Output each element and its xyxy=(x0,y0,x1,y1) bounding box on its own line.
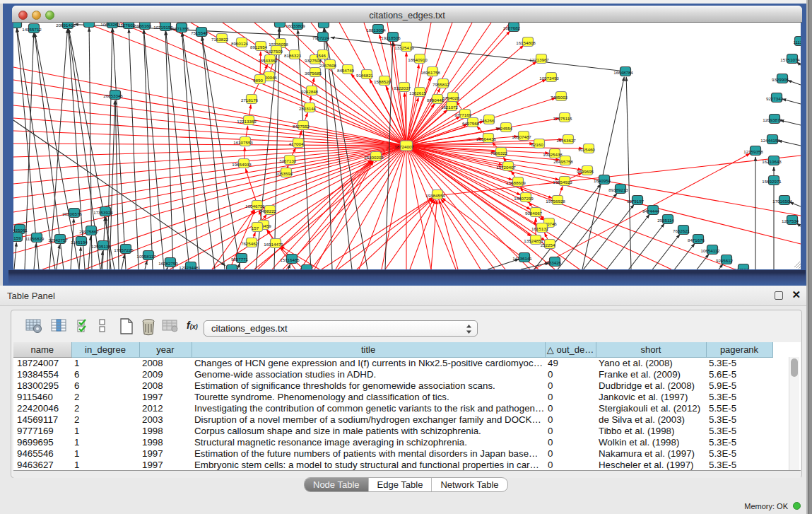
svg-text:2803144: 2803144 xyxy=(299,106,317,111)
svg-text:9245612: 9245612 xyxy=(716,258,734,263)
svg-text:9699695: 9699695 xyxy=(577,169,594,174)
svg-text:12923448: 12923448 xyxy=(179,265,199,269)
svg-text:12505135: 12505135 xyxy=(91,244,111,249)
svg-text:15716485: 15716485 xyxy=(280,257,300,262)
svg-text:16782759: 16782759 xyxy=(158,261,178,266)
svg-text:1145194: 1145194 xyxy=(71,240,88,245)
svg-text:19463627: 19463627 xyxy=(556,138,576,143)
svg-text:9327509: 9327509 xyxy=(266,49,283,54)
svg-text:8990448: 8990448 xyxy=(427,98,445,103)
svg-text:16648784: 16648784 xyxy=(613,70,633,75)
svg-text:26053346: 26053346 xyxy=(103,93,123,98)
svg-text:7632621: 7632621 xyxy=(673,228,690,233)
svg-text:20206576: 20206576 xyxy=(62,211,82,216)
svg-text:252254: 252254 xyxy=(541,243,555,247)
svg-text:124506: 124506 xyxy=(734,267,749,269)
svg-text:20364436: 20364436 xyxy=(476,136,496,141)
svg-text:16033809: 16033809 xyxy=(286,23,305,28)
svg-text:10025438: 10025438 xyxy=(543,152,563,157)
svg-text:10973493: 10973493 xyxy=(539,76,559,81)
svg-text:10654112: 10654112 xyxy=(700,248,720,253)
svg-text:9890: 9890 xyxy=(253,78,263,83)
svg-text:17957225: 17957225 xyxy=(114,247,134,252)
svg-text:12159358: 12159358 xyxy=(743,149,763,154)
svg-text:11156829: 11156829 xyxy=(25,236,45,241)
svg-text:17016504: 17016504 xyxy=(772,199,792,204)
svg-text:9242848: 9242848 xyxy=(301,89,319,94)
svg-text:12213369: 12213369 xyxy=(237,119,257,124)
svg-text:1527602: 1527602 xyxy=(118,23,136,28)
svg-text:8471676: 8471676 xyxy=(688,238,705,243)
svg-text:8454749: 8454749 xyxy=(337,68,355,73)
svg-text:9329906: 9329906 xyxy=(772,77,789,82)
svg-text:19654933: 19654933 xyxy=(232,162,252,167)
svg-text:1112: 1112 xyxy=(794,40,801,45)
svg-text:8960124: 8960124 xyxy=(231,41,249,46)
svg-text:16543362: 16543362 xyxy=(258,58,278,63)
svg-text:7163822: 7163822 xyxy=(211,37,229,42)
svg-text:1588520: 1588520 xyxy=(374,79,392,84)
svg-text:10958117: 10958117 xyxy=(136,254,156,259)
svg-text:1362615: 1362615 xyxy=(409,90,427,95)
svg-text:14055712: 14055712 xyxy=(22,27,42,32)
svg-text:13325419: 13325419 xyxy=(394,45,414,50)
svg-text:17975115: 17975115 xyxy=(553,116,572,121)
svg-text:19654923: 19654923 xyxy=(553,180,572,185)
svg-text:10688609: 10688609 xyxy=(506,180,526,185)
svg-text:26495758: 26495758 xyxy=(553,159,573,164)
svg-text:9115460: 9115460 xyxy=(578,147,595,152)
svg-text:8322037: 8322037 xyxy=(394,86,411,90)
svg-text:12213967: 12213967 xyxy=(529,57,549,62)
svg-text:1621072: 1621072 xyxy=(441,105,459,110)
svg-text:2087682: 2087682 xyxy=(503,25,521,30)
svg-text:157: 157 xyxy=(252,226,259,230)
svg-text:18807299: 18807299 xyxy=(514,196,534,201)
svg-text:9146821: 9146821 xyxy=(356,73,374,78)
svg-text:3624554: 3624554 xyxy=(495,126,513,131)
svg-text:746266: 746266 xyxy=(480,118,495,123)
svg-text:15720407: 15720407 xyxy=(496,165,516,170)
svg-text:8912954: 8912954 xyxy=(250,45,268,49)
svg-text:7515546: 7515546 xyxy=(191,30,208,35)
svg-text:10807487: 10807487 xyxy=(512,134,531,139)
svg-text:9227342: 9227342 xyxy=(766,96,784,101)
svg-text:16914479: 16914479 xyxy=(264,242,283,247)
svg-text:16210643: 16210643 xyxy=(762,159,782,164)
svg-text:12093872: 12093872 xyxy=(763,117,782,122)
svg-text:3267130: 3267130 xyxy=(279,158,297,163)
svg-text:16961758: 16961758 xyxy=(420,70,440,75)
svg-text:25300203: 25300203 xyxy=(364,155,384,160)
svg-text:1053594: 1053594 xyxy=(276,171,293,176)
svg-text:16671355: 16671355 xyxy=(170,26,189,31)
svg-text:6497568: 6497568 xyxy=(462,121,480,126)
svg-text:19218506: 19218506 xyxy=(381,35,401,40)
svg-text:7625462: 7625462 xyxy=(241,241,259,246)
svg-text:7957224: 7957224 xyxy=(312,35,330,40)
svg-text:2935114: 2935114 xyxy=(657,218,674,223)
svg-text:8427552: 8427552 xyxy=(293,124,310,129)
svg-text:2367608: 2367608 xyxy=(319,63,337,68)
svg-text:9777169: 9777169 xyxy=(454,112,472,117)
svg-text:7986322: 7986322 xyxy=(490,151,508,156)
svg-text:19384554: 19384554 xyxy=(425,193,445,198)
svg-text:17353924: 17353924 xyxy=(93,210,113,215)
svg-text:29975867: 29975867 xyxy=(79,229,99,234)
svg-text:417004: 417004 xyxy=(289,141,304,146)
svg-text:9498222: 9498222 xyxy=(259,209,277,214)
svg-text:89389213: 89389213 xyxy=(608,187,628,192)
svg-text:9857771: 9857771 xyxy=(231,257,249,262)
svg-text:6379197: 6379197 xyxy=(627,199,645,204)
svg-text:39159: 39159 xyxy=(13,235,21,240)
svg-text:6966160: 6966160 xyxy=(134,23,152,28)
svg-text:7955812: 7955812 xyxy=(433,82,450,87)
svg-text:2718176: 2718176 xyxy=(241,98,259,103)
svg-text:62160: 62160 xyxy=(531,142,543,147)
svg-text:9474444: 9474444 xyxy=(642,209,660,214)
svg-text:16154808: 16154808 xyxy=(516,40,536,45)
svg-text:14136141: 14136141 xyxy=(512,256,532,261)
svg-text:1267534: 1267534 xyxy=(782,218,799,223)
svg-text:18640910: 18640910 xyxy=(408,57,428,62)
svg-text:6794028: 6794028 xyxy=(442,95,460,100)
svg-text:16107553: 16107553 xyxy=(233,140,253,145)
svg-text:1640954: 1640954 xyxy=(594,178,611,183)
